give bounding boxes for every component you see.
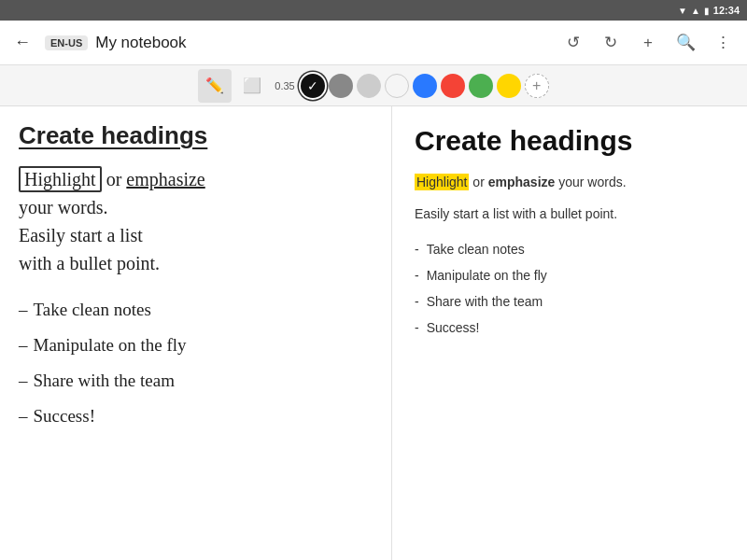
typed-or: or (469, 175, 487, 189)
list-item: – Take clean notes (19, 292, 373, 328)
bullet-text: Take clean notes (427, 236, 525, 262)
list-item: - Success! (415, 315, 725, 341)
right-typed-panel: Create headings Highlight or emphasize y… (392, 106, 747, 560)
list-item: - Manipulate on the fly (415, 262, 725, 288)
hw-heading: Create headings (19, 121, 373, 150)
color-yellow[interactable] (497, 74, 521, 98)
more-button[interactable]: ⋮ (706, 26, 740, 60)
bullet-text: Manipulate on the fly (34, 328, 187, 363)
list-item: – Success! (19, 399, 373, 434)
bullet-text: Manipulate on the fly (427, 262, 547, 288)
signal-icon: ▼ (678, 6, 687, 16)
checkmark-icon: ✓ (307, 78, 318, 93)
app-bar: ← EN-US My notebook ↺ ↻ + 🔍 ⋮ (0, 21, 747, 65)
hw-line3: Easily start a list (19, 221, 373, 249)
bullet-text: Success! (34, 399, 95, 434)
hw-line2: your words. (19, 193, 373, 221)
bullet-dash: – (19, 363, 28, 399)
back-button[interactable]: ← (7, 28, 37, 58)
bullet-text: Share with the team (427, 288, 543, 315)
bullet-text: Take clean notes (34, 292, 151, 328)
main-content: Create headings Highlight or emphasize y… (0, 106, 747, 560)
typed-emphasize: emphasize (488, 175, 556, 189)
color-white[interactable] (385, 74, 409, 98)
list-item: - Share with the team (415, 288, 725, 315)
app-bar-actions: ↺ ↻ + 🔍 ⋮ (557, 26, 740, 60)
add-button[interactable]: + (631, 26, 665, 60)
list-item: – Share with the team (19, 363, 373, 399)
add-color-button[interactable]: + (525, 74, 549, 98)
notebook-title: My notebook (95, 34, 549, 52)
hw-text-block: Highlight or emphasize your words. Easil… (19, 165, 373, 277)
color-lightgray[interactable] (357, 74, 381, 98)
undo-button[interactable]: ↺ (557, 26, 590, 60)
hw-or: or (106, 169, 127, 189)
status-bar: ▼ ▲ ▮ 12:34 (0, 0, 747, 21)
hw-highlight-word: Highlight (19, 166, 102, 192)
list-item: – Manipulate on the fly (19, 328, 373, 363)
typed-highlight: Highlight (415, 174, 469, 190)
hw-emphasize-word: emphasize (126, 169, 204, 189)
bullet-dash: - (415, 288, 419, 315)
hw-line1: Highlight or emphasize (19, 165, 373, 193)
bullet-dash: - (415, 262, 419, 288)
typed-heading: Create headings (415, 125, 725, 157)
color-red[interactable] (441, 74, 465, 98)
drawing-toolbar: ✏️ ⬜ 0.35 ✓ + (0, 65, 747, 106)
typed-bullet-list: - Take clean notes - Manipulate on the f… (415, 236, 725, 341)
list-item: - Take clean notes (415, 236, 725, 262)
bullet-dash: – (19, 399, 28, 434)
color-black[interactable]: ✓ (301, 74, 325, 98)
hw-line4: with a bullet point. (19, 249, 373, 277)
stroke-size-value: 0.35 (275, 80, 294, 91)
hw-bullet-list: – Take clean notes – Manipulate on the f… (19, 292, 373, 434)
typed-para-1: Highlight or emphasize your words. (415, 172, 725, 192)
color-blue[interactable] (413, 74, 437, 98)
typed-para-2: Easily start a list with a bullet point. (415, 203, 725, 224)
bullet-dash: - (415, 315, 419, 341)
color-green[interactable] (469, 74, 493, 98)
redo-button[interactable]: ↻ (594, 26, 627, 60)
status-time: 12:34 (713, 5, 740, 16)
bullet-dash: – (19, 292, 28, 328)
wifi-icon: ▲ (691, 6, 700, 16)
search-button[interactable]: 🔍 (669, 26, 702, 60)
eraser-icon: ⬜ (243, 77, 261, 94)
bullet-dash: – (19, 328, 28, 363)
battery-icon: ▮ (704, 6, 710, 16)
color-gray[interactable] (329, 74, 353, 98)
bullet-text: Share with the team (34, 363, 175, 399)
typed-your-words: your words. (555, 175, 626, 189)
pen-tool-button[interactable]: ✏️ (198, 69, 232, 103)
bullet-dash: - (415, 236, 419, 262)
eraser-tool-button[interactable]: ⬜ (235, 69, 269, 103)
left-handwriting-panel: Create headings Highlight or emphasize y… (0, 106, 392, 560)
plus-icon: + (532, 77, 541, 94)
bullet-text: Success! (427, 315, 480, 341)
language-badge: EN-US (45, 35, 88, 50)
pen-icon: ✏️ (205, 77, 224, 94)
